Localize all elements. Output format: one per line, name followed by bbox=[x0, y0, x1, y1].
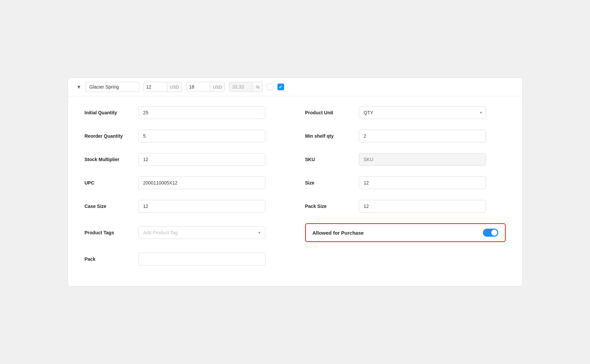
case-size-label: Case Size bbox=[85, 204, 138, 209]
product-tags-label: Product Tags bbox=[85, 230, 138, 235]
margin-input[interactable] bbox=[229, 82, 253, 92]
product-tags-placeholder: Add Product Tag bbox=[143, 230, 178, 235]
price-currency-label: USD bbox=[210, 83, 225, 92]
case-size-input[interactable] bbox=[138, 200, 265, 213]
sku-label: SKU bbox=[305, 157, 359, 162]
reorder-quantity-label: Reorder Quantity bbox=[85, 133, 138, 139]
product-unit-label: Product Unit bbox=[305, 110, 359, 115]
initial-quantity-input[interactable] bbox=[138, 106, 265, 119]
row-case-size: Case Size Pack Size bbox=[85, 200, 506, 213]
stock-multiplier-label: Stock Multiplier bbox=[85, 157, 138, 162]
tag-dropdown-chevron-icon: ▾ bbox=[258, 230, 260, 235]
col-product-unit: Product Unit QTY LB KG EA ▾ bbox=[285, 106, 506, 119]
allowed-for-purchase-label: Allowed for Purchase bbox=[313, 230, 364, 236]
upc-label: UPC bbox=[85, 180, 138, 186]
allowed-for-purchase-toggle[interactable] bbox=[483, 229, 498, 237]
col-case-size: Case Size bbox=[85, 200, 285, 213]
sku-input[interactable] bbox=[359, 153, 486, 166]
col-allowed-purchase: Allowed for Purchase bbox=[285, 223, 506, 242]
reorder-quantity-input[interactable] bbox=[138, 130, 265, 142]
row-stock-multiplier: Stock Multiplier SKU bbox=[85, 153, 506, 166]
margin-input-group: % bbox=[229, 82, 263, 92]
pack-label: Pack bbox=[85, 256, 138, 262]
product-unit-select[interactable]: QTY LB KG EA bbox=[359, 106, 486, 119]
col-product-tags: Product Tags Add Product Tag ▾ bbox=[85, 226, 285, 239]
col-pack: Pack bbox=[85, 253, 285, 265]
collapse-button[interactable]: ▾ bbox=[76, 82, 82, 92]
pack-input[interactable] bbox=[138, 253, 265, 265]
col-pack-size: Pack Size bbox=[285, 200, 506, 213]
size-input[interactable] bbox=[359, 176, 486, 189]
col-upc: UPC bbox=[85, 176, 285, 189]
col-stock-multiplier: Stock Multiplier bbox=[85, 153, 285, 166]
row-upc: UPC Size bbox=[85, 176, 506, 189]
cost-input[interactable] bbox=[144, 82, 167, 92]
col-size: Size bbox=[285, 176, 506, 189]
col-sku: SKU bbox=[285, 153, 506, 166]
initial-quantity-label: Initial Quantity bbox=[85, 110, 138, 115]
row-product-tags: Product Tags Add Product Tag ▾ Allowed f… bbox=[85, 223, 506, 242]
cost-input-group: USD bbox=[143, 82, 182, 92]
upc-input[interactable] bbox=[138, 176, 265, 189]
margin-suffix-label: % bbox=[253, 83, 262, 92]
row-reorder-quantity: Reorder Quantity Min shelf qty bbox=[85, 130, 506, 142]
product-name-input[interactable] bbox=[86, 82, 139, 92]
product-tags-dropdown[interactable]: Add Product Tag ▾ bbox=[138, 226, 265, 239]
checkbox-checked[interactable] bbox=[277, 84, 284, 90]
allowed-for-purchase-box: Allowed for Purchase bbox=[305, 223, 506, 242]
top-row: ▾ USD USD % bbox=[68, 78, 522, 96]
col-initial-qty: Initial Quantity bbox=[85, 106, 285, 119]
form-content: Initial Quantity Product Unit QTY LB KG … bbox=[68, 96, 522, 286]
checkbox-unchecked[interactable] bbox=[267, 84, 273, 90]
pack-size-label: Pack Size bbox=[305, 204, 359, 209]
product-unit-wrapper: QTY LB KG EA ▾ bbox=[359, 106, 486, 119]
price-input-group: USD bbox=[186, 82, 225, 92]
main-container: ▾ USD USD % Initial Quantity Product Uni… bbox=[68, 78, 523, 286]
min-shelf-qty-input[interactable] bbox=[359, 130, 486, 142]
row-initial-quantity: Initial Quantity Product Unit QTY LB KG … bbox=[85, 106, 506, 119]
stock-multiplier-input[interactable] bbox=[138, 153, 265, 166]
toggle-slider bbox=[483, 229, 498, 237]
price-input[interactable] bbox=[186, 82, 210, 92]
product-tags-wrapper: Add Product Tag ▾ bbox=[138, 226, 265, 239]
chevron-down-icon: ▾ bbox=[77, 84, 80, 90]
pack-size-input[interactable] bbox=[359, 200, 486, 213]
row-pack: Pack bbox=[85, 253, 506, 265]
col-reorder-qty: Reorder Quantity bbox=[85, 130, 285, 142]
col-min-shelf-qty: Min shelf qty bbox=[285, 130, 506, 142]
size-label: Size bbox=[305, 180, 359, 186]
min-shelf-qty-label: Min shelf qty bbox=[305, 133, 359, 139]
cost-currency-label: USD bbox=[167, 83, 182, 92]
